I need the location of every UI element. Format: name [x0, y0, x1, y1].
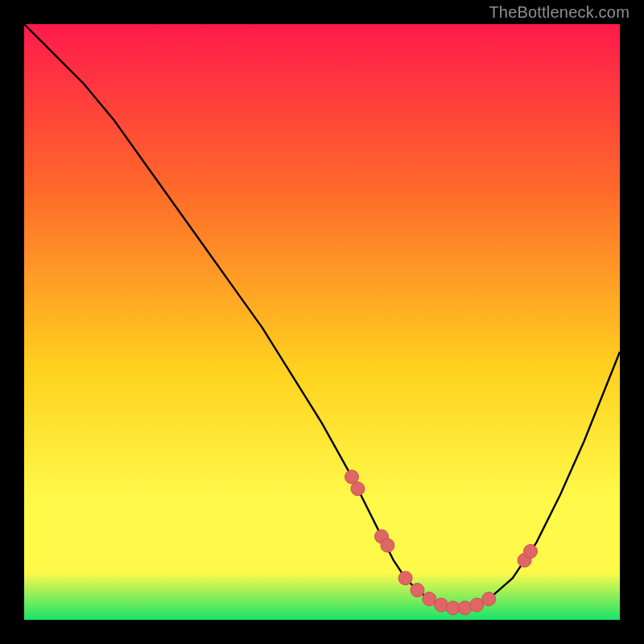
curve-marker	[482, 592, 496, 606]
curve-marker	[435, 598, 448, 612]
curve-marker	[524, 544, 538, 558]
curve-marker	[398, 572, 412, 585]
chart-svg	[24, 24, 620, 620]
curve-marker	[458, 601, 472, 615]
watermark-text: TheBottleneck.com	[489, 3, 630, 22]
bottleneck-curve	[24, 24, 620, 608]
curve-marker	[381, 539, 394, 552]
curve-markers	[345, 470, 538, 615]
curve-marker	[351, 482, 365, 496]
curve-marker	[411, 584, 424, 597]
